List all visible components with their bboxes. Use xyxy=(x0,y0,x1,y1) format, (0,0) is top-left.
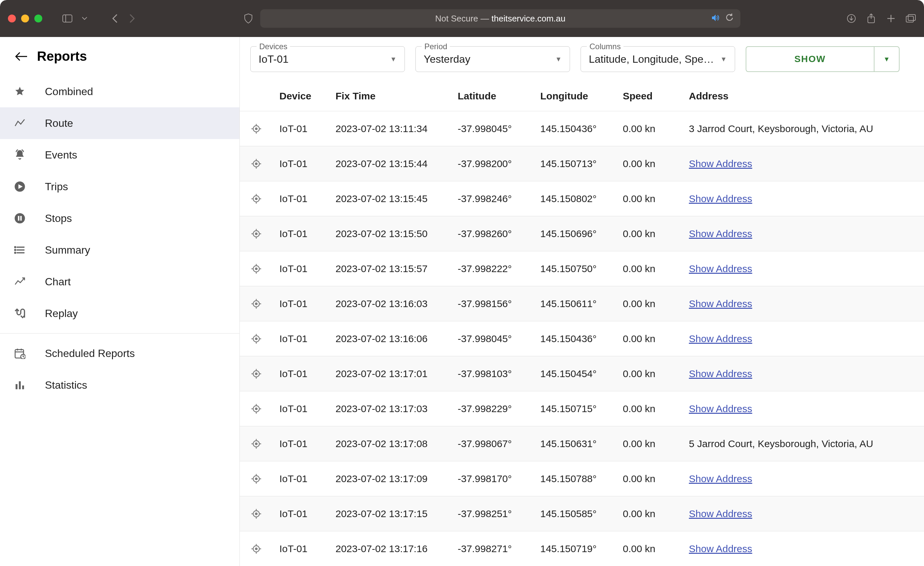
sidebar-item-route[interactable]: Route xyxy=(0,107,239,139)
devices-value: IoT-01 xyxy=(259,53,390,65)
svg-point-42 xyxy=(255,198,257,200)
table-row[interactable]: IoT-012023-07-02 13:16:03-37.998156°145.… xyxy=(240,286,924,321)
share-icon[interactable] xyxy=(866,13,876,24)
cell-speed: 0.00 kn xyxy=(616,251,682,286)
gps-fixed-icon[interactable] xyxy=(246,438,266,449)
gps-fixed-icon[interactable] xyxy=(246,299,266,309)
cell-lon: 145.150436° xyxy=(534,111,616,146)
browser-toolbar: Not Secure — theitservice.com.au xyxy=(0,0,924,37)
col-device[interactable]: Device xyxy=(273,81,329,111)
show-address-link[interactable]: Show Address xyxy=(689,298,752,309)
gps-fixed-icon[interactable] xyxy=(246,404,266,414)
table-row[interactable]: IoT-012023-07-02 13:15:44-37.998200°145.… xyxy=(240,146,924,181)
cell-lon: 145.150715° xyxy=(534,391,616,426)
cell-address: Show Address xyxy=(682,496,924,531)
sidebar-item-stops[interactable]: Stops xyxy=(0,203,239,234)
col-speed[interactable]: Speed xyxy=(616,81,682,111)
address-domain: theitservice.com.au xyxy=(491,14,566,24)
cell-device: IoT-01 xyxy=(273,356,329,391)
chevron-down-icon[interactable] xyxy=(79,13,90,24)
show-button[interactable]: SHOW xyxy=(746,46,874,72)
close-window-button[interactable] xyxy=(8,15,16,23)
gps-fixed-icon[interactable] xyxy=(246,333,266,344)
play-icon xyxy=(13,180,26,193)
table-row[interactable]: IoT-012023-07-02 13:17:08-37.998067°145.… xyxy=(240,426,924,461)
reload-icon[interactable] xyxy=(726,13,734,24)
main-content: Devices IoT-01 ▼ Period Yesterday ▼ Colu… xyxy=(240,37,924,566)
sound-icon[interactable] xyxy=(712,14,721,24)
cell-lat: -37.998260° xyxy=(451,216,534,251)
period-select[interactable]: Period Yesterday ▼ xyxy=(416,46,570,72)
cell-device: IoT-01 xyxy=(273,391,329,426)
table-row[interactable]: IoT-012023-07-02 13:17:01-37.998103°145.… xyxy=(240,356,924,391)
sidebar-item-statistics[interactable]: Statistics xyxy=(0,369,239,401)
table-scroll[interactable]: Device Fix Time Latitude Longitude Speed… xyxy=(240,81,924,566)
sidebar-item-trips[interactable]: Trips xyxy=(0,171,239,203)
svg-point-18 xyxy=(15,247,15,248)
minimize-window-button[interactable] xyxy=(21,15,29,23)
show-address-link[interactable]: Show Address xyxy=(689,228,752,239)
table-row[interactable]: IoT-012023-07-02 13:17:16-37.998271°145.… xyxy=(240,531,924,566)
sidebar-item-scheduled-reports[interactable]: Scheduled Reports xyxy=(0,338,239,369)
show-address-link[interactable]: Show Address xyxy=(689,473,752,484)
gps-fixed-icon[interactable] xyxy=(246,123,266,134)
gps-fixed-icon[interactable] xyxy=(246,194,266,204)
tabs-overview-icon[interactable] xyxy=(906,13,916,24)
show-address-link[interactable]: Show Address xyxy=(689,368,752,379)
columns-select[interactable]: Columns Latitude, Longitude, Spe… ▼ xyxy=(580,46,735,72)
gps-fixed-icon[interactable] xyxy=(246,264,266,274)
sidebar-item-summary[interactable]: Summary xyxy=(0,234,239,266)
devices-select[interactable]: Devices IoT-01 ▼ xyxy=(250,46,405,72)
show-address-link[interactable]: Show Address xyxy=(689,333,752,344)
sidebar-item-label: Stops xyxy=(45,212,72,225)
gps-fixed-icon[interactable] xyxy=(246,543,266,554)
cell-speed: 0.00 kn xyxy=(616,461,682,496)
shield-icon[interactable] xyxy=(243,13,254,24)
cell-device: IoT-01 xyxy=(273,181,329,216)
table-row[interactable]: IoT-012023-07-02 13:15:50-37.998260°145.… xyxy=(240,216,924,251)
cell-address: Show Address xyxy=(682,286,924,321)
show-address-link[interactable]: Show Address xyxy=(689,263,752,274)
show-address-link[interactable]: Show Address xyxy=(689,158,752,169)
gps-fixed-icon[interactable] xyxy=(246,228,266,239)
table-row[interactable]: IoT-012023-07-02 13:17:09-37.998170°145.… xyxy=(240,461,924,496)
sidebar-item-chart[interactable]: Chart xyxy=(0,266,239,297)
back-button-icon[interactable] xyxy=(110,13,120,24)
sidebar-item-combined[interactable]: Combined xyxy=(0,76,239,107)
show-address-link[interactable]: Show Address xyxy=(689,543,752,554)
cell-address: 3 Jarrod Court, Keysborough, Victoria, A… xyxy=(682,111,924,146)
sidebar-toggle-icon[interactable] xyxy=(62,13,73,24)
col-address[interactable]: Address xyxy=(682,81,924,111)
route-table: Device Fix Time Latitude Longitude Speed… xyxy=(240,81,924,566)
forward-button-icon[interactable] xyxy=(127,13,137,24)
show-address-link[interactable]: Show Address xyxy=(689,193,752,204)
new-tab-icon[interactable] xyxy=(886,13,896,24)
show-address-link[interactable]: Show Address xyxy=(689,403,752,414)
col-latitude[interactable]: Latitude xyxy=(451,81,534,111)
col-longitude[interactable]: Longitude xyxy=(534,81,616,111)
table-row[interactable]: IoT-012023-07-02 13:15:45-37.998246°145.… xyxy=(240,181,924,216)
table-row[interactable]: IoT-012023-07-02 13:17:03-37.998229°145.… xyxy=(240,391,924,426)
sidebar-item-events[interactable]: Events xyxy=(0,139,239,171)
sidebar-item-label: Scheduled Reports xyxy=(45,347,135,360)
downloads-icon[interactable] xyxy=(846,13,856,24)
table-row[interactable]: IoT-012023-07-02 13:11:34-37.998045°145.… xyxy=(240,111,924,146)
col-fix-time[interactable]: Fix Time xyxy=(329,81,451,111)
cell-fix: 2023-07-02 13:16:03 xyxy=(329,286,451,321)
show-dropdown-button[interactable]: ▼ xyxy=(874,46,900,72)
back-arrow-icon[interactable] xyxy=(15,51,28,62)
gps-fixed-icon[interactable] xyxy=(246,473,266,484)
table-row[interactable]: IoT-012023-07-02 13:16:06-37.998045°145.… xyxy=(240,321,924,356)
gps-fixed-icon[interactable] xyxy=(246,509,266,519)
gps-fixed-icon[interactable] xyxy=(246,159,266,169)
gps-fixed-icon[interactable] xyxy=(246,369,266,379)
cell-address: Show Address xyxy=(682,146,924,181)
sidebar-item-label: Route xyxy=(45,117,73,129)
show-address-link[interactable]: Show Address xyxy=(689,508,752,519)
maximize-window-button[interactable] xyxy=(34,15,42,23)
table-row[interactable]: IoT-012023-07-02 13:17:15-37.998251°145.… xyxy=(240,496,924,531)
table-row[interactable]: IoT-012023-07-02 13:15:57-37.998222°145.… xyxy=(240,251,924,286)
sidebar-item-replay[interactable]: Replay xyxy=(0,297,239,329)
address-bar[interactable]: Not Secure — theitservice.com.au xyxy=(260,9,740,28)
cell-speed: 0.00 kn xyxy=(616,286,682,321)
